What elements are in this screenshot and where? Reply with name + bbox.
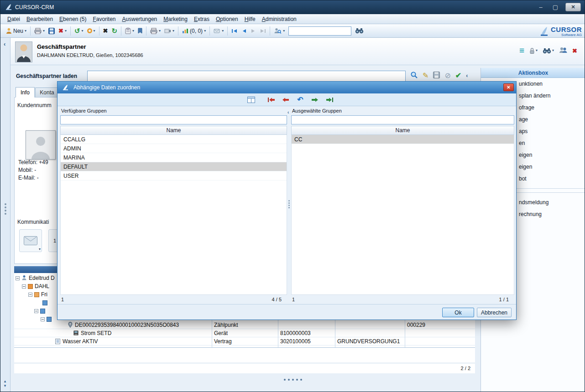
arrow-right-green-icon xyxy=(311,97,319,103)
cancel-button[interactable]: ✖ xyxy=(101,26,110,36)
group-row[interactable]: CCALLG xyxy=(61,135,287,144)
clear-icon[interactable]: ⊘ xyxy=(444,72,450,79)
available-groups-filter-input[interactable] xyxy=(60,115,287,124)
menu-hilfe[interactable]: Hilfe xyxy=(241,15,259,23)
group-row-selected[interactable]: DEFAULT xyxy=(61,162,287,171)
search-button[interactable] xyxy=(410,71,418,80)
remove-button[interactable] xyxy=(280,95,291,104)
load-input[interactable] xyxy=(87,71,406,82)
columns-button[interactable] xyxy=(245,95,256,104)
search-record-button[interactable]: ▾ xyxy=(543,48,554,54)
dialog-pane-splitter[interactable]: ‹ xyxy=(287,108,291,296)
horizontal-splitter-handle[interactable] xyxy=(282,376,303,382)
tree-item-address[interactable]: Fri xyxy=(28,290,47,299)
chevron-down-icon: ▾ xyxy=(222,29,224,33)
print-button[interactable]: ▾ xyxy=(32,26,47,36)
menu-bearbeiten[interactable]: Bearbeiten xyxy=(23,15,56,23)
dialog-toolbar: ↶ xyxy=(57,93,516,106)
strip-scroll-arrows[interactable]: ▴▾ xyxy=(2,379,8,388)
table-row[interactable]: Wasser AKTIV Vertrag 3020100005 GRUNDVER… xyxy=(14,337,475,346)
menu-marketing[interactable]: Marketing xyxy=(160,15,191,23)
dialog-button-row: Ok Abbrechen xyxy=(57,304,516,320)
lock-button[interactable]: ▾ xyxy=(529,47,538,54)
binoculars-icon xyxy=(355,28,364,34)
cell-extra: GRUNDVERSORGUNG1 xyxy=(337,338,400,345)
meter-icon xyxy=(73,330,78,337)
collapse-node-icon[interactable] xyxy=(16,276,20,280)
app-logo-icon xyxy=(5,4,12,11)
nav-previous-button[interactable] xyxy=(240,26,249,36)
splitter-handle[interactable] xyxy=(288,199,290,209)
maximize-button[interactable]: ▢ xyxy=(551,4,560,10)
collapse-node-icon[interactable] xyxy=(28,293,32,297)
print-report-button[interactable]: ▾ xyxy=(148,26,162,36)
save-button[interactable] xyxy=(47,26,57,36)
table-row[interactable]: Strom SETD Gerät 8100000003 xyxy=(14,329,475,337)
splitter-handle[interactable] xyxy=(5,202,6,216)
group-row[interactable]: ADMIN xyxy=(61,144,287,153)
first-record-icon xyxy=(231,29,238,33)
nav-last-button[interactable] xyxy=(258,26,268,36)
confirm-check-icon[interactable]: ✔ xyxy=(455,72,461,79)
save-search-button[interactable] xyxy=(433,72,440,80)
group-row[interactable]: USER xyxy=(61,171,287,181)
quick-search-input[interactable] xyxy=(288,26,351,36)
menu-administration[interactable]: Administration xyxy=(259,15,300,23)
column-divider xyxy=(405,320,405,347)
selected-count: 1 xyxy=(292,297,295,302)
collapse-node-icon[interactable] xyxy=(22,284,26,289)
tab-kontakt[interactable]: Konta xyxy=(35,88,59,98)
menu-auswertungen[interactable]: Auswertungen xyxy=(119,15,161,23)
menu-datei[interactable]: Datei xyxy=(4,15,23,23)
close-record-button[interactable]: ✖ xyxy=(572,48,577,54)
menu-favoriten[interactable]: Favoriten xyxy=(89,15,119,23)
send-button[interactable]: ▾ xyxy=(212,26,225,36)
tree-item-contract[interactable] xyxy=(34,307,45,315)
column-header-name[interactable]: Name xyxy=(291,126,514,135)
delete-button[interactable]: ✖ ▾ xyxy=(57,26,68,36)
contacts-button[interactable] xyxy=(559,47,567,54)
cancel-button[interactable]: Abbrechen xyxy=(477,308,512,317)
collapse-pane-icon[interactable]: ‹ xyxy=(287,110,289,115)
menu-ebenen[interactable]: Ebenen (5) xyxy=(56,15,89,23)
new-record-button[interactable]: Neu▾ xyxy=(4,26,28,36)
email-action-tile[interactable]: ▾ xyxy=(19,229,42,252)
refresh-button[interactable]: ↻ xyxy=(110,26,119,36)
collapse-left-icon[interactable]: ‹ xyxy=(4,41,5,47)
selected-groups-filter-input[interactable] xyxy=(291,115,514,124)
export-button[interactable]: ▾ xyxy=(162,26,176,36)
tree-item-partner[interactable]: DAHL xyxy=(22,282,49,290)
add-all-button[interactable] xyxy=(324,95,335,104)
add-button[interactable] xyxy=(309,95,320,104)
column-header-name[interactable]: Name xyxy=(60,126,287,135)
table-row[interactable]: DE000229353984000100023N5035O0843 Zählpu… xyxy=(14,321,475,329)
undo-button[interactable]: ↶ xyxy=(295,95,306,104)
group-row[interactable]: MARINA xyxy=(61,153,287,162)
collapse-panel-icon[interactable]: ‹ xyxy=(466,73,468,78)
dialog-close-button[interactable]: ✕ xyxy=(503,83,514,91)
tab-info[interactable]: Info xyxy=(16,87,35,98)
collapse-node-icon[interactable] xyxy=(34,309,38,313)
tree-item-contract[interactable] xyxy=(41,299,47,307)
search-button[interactable] xyxy=(353,26,366,36)
nav-next-button[interactable] xyxy=(249,26,258,36)
tree-item-person[interactable]: Edeltrud D xyxy=(16,274,55,282)
nav-first-button[interactable] xyxy=(230,26,240,36)
close-button[interactable]: ✕ xyxy=(565,3,581,11)
ok-button[interactable]: Ok xyxy=(442,308,474,317)
menu-hamburger-icon[interactable]: ≡ xyxy=(519,47,524,54)
forward-button[interactable]: ▾ xyxy=(85,26,97,36)
remove-all-button[interactable] xyxy=(266,95,277,104)
assign-groups-dialog: Abhängige Daten zuordnen ✕ ↶ xyxy=(57,81,517,320)
person-search-button[interactable]: ▾ xyxy=(272,26,287,36)
menu-optionen[interactable]: Optionen xyxy=(213,15,241,23)
menu-extras[interactable]: Extras xyxy=(191,15,213,23)
edit-pencil-icon[interactable]: ✎ xyxy=(423,72,428,79)
minimize-button[interactable]: – xyxy=(536,4,545,10)
coordinates-button[interactable]: (0, 0) ▾ xyxy=(180,26,208,36)
group-row-selected[interactable]: CC xyxy=(292,135,514,144)
left-collapse-strip[interactable]: ‹ ▴▾ xyxy=(0,38,10,392)
history-button[interactable]: ▾ xyxy=(123,26,136,36)
bookmark-button[interactable] xyxy=(136,26,144,36)
back-button[interactable]: ↺ ▾ xyxy=(73,26,85,36)
